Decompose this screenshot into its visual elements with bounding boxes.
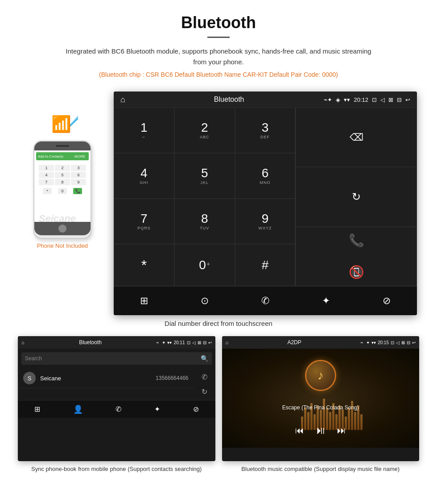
nav-dialpad-btn[interactable]: ⊞ [131,290,157,312]
dialpad-actions: ⌫ ↻ 📞 📵 [296,108,417,286]
phone-keypad: 1 2 3 4 5 6 7 8 9 [38,164,87,186]
dial-key-1[interactable]: 1 ∽ [114,108,174,153]
home-icon[interactable]: ⌂ [120,95,125,104]
dial-num-9: 9 [262,212,269,225]
music-bt-icon: ✦ [366,340,370,345]
album-art: ♪ [305,360,336,391]
dial-key-9[interactable]: 9 WXYZ [235,199,296,244]
dial-sub-4: GHI [140,180,148,185]
pb-window: ⊟ [203,340,206,345]
music-home-icon[interactable]: ⌂ [226,340,229,345]
next-track-button[interactable]: ⏭ [337,425,346,436]
contact-number: 13566664466 [156,375,188,381]
phonebook-caption: Sync phone-book from mobile phone (Suppo… [31,465,202,474]
dial-key-7[interactable]: 7 PQRS [114,199,174,244]
pb-nav-dialpad[interactable]: ⊞ [34,405,40,413]
pb-nav-link[interactable]: ⊘ [193,405,199,413]
main-caption: Dial number direct from touchscreen [0,320,437,327]
prev-track-button[interactable]: ⏮ [295,425,304,436]
dial-key-0[interactable]: 0+ [174,244,235,286]
pb-refresh-btn[interactable]: ↻ [198,385,212,398]
pb-back[interactable]: ↩ [208,340,212,345]
dial-key-5[interactable]: 5 JKL [174,153,235,199]
backspace-button[interactable]: ⌫ [296,108,417,167]
phone-key-9: 9 [71,179,86,185]
nav-link-btn[interactable]: ⊘ [373,290,400,312]
dial-num-2: 2 [201,121,208,134]
music-window: ⊟ [407,340,410,345]
bottom-screens: ⌂ Bluetooth ⌁ ✦ ▾▾ 20:11 ⊡ ◁ ⊠ ⊟ ↩ Searc… [0,336,437,474]
dialpad-container: 1 ∽ 2 ABC 3 DEF 4 GHI 5 JKL [114,108,417,286]
dial-sub-1: ∽ [142,135,146,139]
music-content: ♪ Escape (The Pina Colada Song) ⏮ ⏯ ⏭ [222,349,420,448]
dial-key-8[interactable]: 8 TUV [174,199,235,244]
camera-icon: ⊡ [372,96,377,103]
phone-screen: Add to Contacts MORE 1 2 3 4 5 6 7 8 9 [34,150,91,222]
dial-key-hash[interactable]: # [235,244,296,286]
phone-keypad-area: 1 2 3 4 5 6 7 8 9 * 0 📞 [36,162,89,198]
back-icon[interactable]: ↩ [405,96,410,103]
redial-button[interactable]: ↻ [296,167,417,226]
music-signal: ▾▾ [371,340,376,345]
phone-top-bar [34,142,91,150]
pb-home-icon[interactable]: ⌂ [21,340,25,345]
main-screen-area: 📶 Add to Contacts MORE 1 2 3 4 [0,92,437,315]
music-usb-icon: ⌁ [360,340,363,346]
phone-bottom-row: * 0 📞 [38,186,87,196]
dial-sub-9: WXYZ [258,226,272,230]
dial-num-7: 7 [140,212,148,225]
phonebook-screen: ⌂ Bluetooth ⌁ ✦ ▾▾ 20:11 ⊡ ◁ ⊠ ⊟ ↩ Searc… [18,336,215,461]
pb-nav-bt[interactable]: ✦ [154,405,160,413]
pb-nav-phone[interactable]: ✆ [115,405,121,413]
dial-num-8: 8 [201,212,208,225]
dial-sub-7: PQRS [137,226,151,230]
phone-key-2: 2 [55,165,70,171]
call-actions: 📞 📵 [296,227,417,286]
music-status-bar: ⌂ A2DP ⌁ ✦ ▾▾ 20:15 ⊡ ◁ ⊠ ⊟ ↩ [222,336,420,349]
location-icon: ◈ [336,96,340,103]
pb-close: ⊠ [198,340,201,345]
dialpad-right: ⌫ ↻ 📞 📵 [296,108,417,286]
pb-volume: ◁ [192,340,196,345]
window-icon: ⊟ [397,96,402,103]
dial-num-5: 5 [201,167,208,179]
answer-call-button[interactable]: 📞 [296,227,416,254]
dial-key-4[interactable]: 4 GHI [114,153,174,199]
backspace-icon: ⌫ [350,132,363,143]
pb-bt-icon: ✦ [162,340,165,345]
contact-row[interactable]: S Seicane 13566664466 [18,368,194,388]
phonebook-side-btns: ✆ ↻ [194,368,215,400]
dial-key-6[interactable]: 6 MNO [235,153,296,199]
dial-key-3[interactable]: 3 DEF [235,108,296,153]
phone-key-8: 8 [55,179,70,185]
phone-more-btn: MORE [73,154,87,159]
search-placeholder: Search [25,355,201,362]
phonebook-right-area: S Seicane 13566664466 ✆ ↻ [18,368,215,400]
pb-bottom-nav: ⊞ 👤 ✆ ✦ ⊘ [18,400,215,418]
music-close: ⊠ [401,340,405,345]
dial-key-2[interactable]: 2 ABC [174,108,235,153]
music-back[interactable]: ↩ [412,340,416,345]
phone-zero-btn: 0 [58,188,67,194]
phone-key-1: 1 [39,165,54,171]
music-screen: ⌂ A2DP ⌁ ✦ ▾▾ 20:15 ⊡ ◁ ⊠ ⊟ ↩ [222,336,420,461]
music-volume: ◁ [396,340,400,345]
nav-bt-btn[interactable]: ✦ [313,290,339,312]
nav-phone-btn[interactable]: ✆ [252,290,279,312]
nav-contacts-btn[interactable]: ⊙ [191,290,218,312]
phone-key-4: 4 [39,172,54,178]
bt-signal-area: 📶 [47,109,78,136]
play-pause-button[interactable]: ⏯ [315,424,326,437]
pb-usb-icon: ⌁ [156,340,159,346]
pb-call-btn[interactable]: ✆ [198,371,212,383]
search-bar[interactable]: Search 🔍 [21,352,212,365]
phonebook-search-area: Search 🔍 [18,349,215,368]
dial-key-star[interactable]: * [114,244,174,286]
phone-star-btn: * [43,188,52,194]
song-title: Escape (The Pina Colada Song) [282,404,359,411]
pb-nav-contacts[interactable]: 👤 [73,404,83,414]
pb-status-icons: ✦ ▾▾ 20:11 ⊡ ◁ ⊠ ⊟ ↩ [162,340,211,345]
contact-initial: S [23,372,36,384]
phone-call-btn[interactable]: 📞 [73,188,82,194]
end-call-button[interactable]: 📵 [296,258,416,286]
